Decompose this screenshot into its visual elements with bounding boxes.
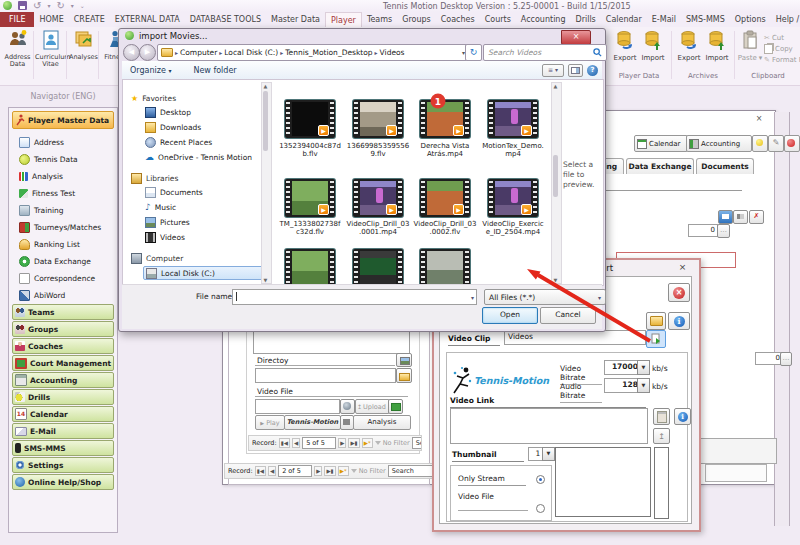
tree-item-onedrive[interactable]: ☁OneDrive - Tennis Motion — [145, 151, 252, 163]
photo-button[interactable] — [718, 210, 733, 224]
ribbon-button-analyses[interactable]: Analyses — [68, 29, 99, 61]
count-field[interactable]: 0 — [688, 224, 718, 237]
sidebar-section-coaches[interactable]: Coaches — [12, 338, 114, 354]
forward-button[interactable]: ▶ — [139, 44, 156, 61]
file-thumbnail[interactable] — [420, 249, 470, 286]
tree-item-videos[interactable]: Videos — [145, 231, 185, 243]
breadcrumb-tennis-motion-desktop[interactable]: Tennis_Motion_Desktop — [285, 48, 372, 57]
sidebar-section-groups[interactable]: Groups — [12, 321, 114, 337]
export-player-data-button[interactable]: Export — [612, 30, 638, 62]
tab-sms-mms[interactable]: SMS-MMS — [681, 12, 730, 27]
save-icon[interactable] — [18, 1, 27, 10]
browse-folder-button[interactable] — [396, 368, 412, 383]
tab-create[interactable]: CREATE — [69, 12, 110, 27]
last-record-icon[interactable]: ▶▮ — [324, 466, 335, 476]
sidebar-item-tourneys-matches[interactable]: Tourneys/Matches — [19, 221, 101, 233]
sidebar-section-email[interactable]: E-Mail — [12, 423, 114, 439]
accounting-button[interactable]: Accounting — [686, 135, 752, 152]
count-more-button[interactable]: … — [717, 224, 730, 238]
tree-item-documents[interactable]: Documents — [145, 186, 203, 198]
file-thumbnail[interactable]: ▶ — [285, 179, 335, 217]
paste-link-button[interactable] — [653, 408, 670, 425]
next-record-icon[interactable]: ▶ — [314, 466, 322, 476]
file-thumbnail[interactable] — [285, 249, 335, 286]
only-stream-radio[interactable] — [536, 475, 545, 484]
sidebar-section-online-help-shop[interactable]: Online Help/Shop — [12, 474, 114, 490]
sidebar-item-ranking-list[interactable]: Ranking List — [19, 238, 80, 250]
prev-record-icon[interactable]: ◀ — [268, 466, 276, 476]
file-name[interactable]: 136699853595569.flv — [346, 142, 410, 159]
paste-button[interactable]: Paste▾ — [738, 30, 762, 63]
record-position[interactable]: 2 of 5 — [278, 465, 312, 477]
delete-photo-button[interactable]: ✗ — [749, 210, 764, 224]
sidebar-section-calendar[interactable]: 14Calendar — [12, 406, 114, 422]
sidebar-section-teams[interactable]: Teams — [12, 304, 114, 320]
tab-home[interactable]: HOME — [34, 12, 68, 27]
file-thumbnail[interactable]: ▶ — [420, 100, 470, 138]
tab-groups[interactable]: Groups — [397, 12, 436, 27]
count-field-2[interactable]: 0 — [755, 352, 783, 365]
video-bitrate-dropdown-icon[interactable]: ▼ — [637, 360, 650, 375]
sidebar-item-data-exchange[interactable]: Data Exchange — [19, 255, 91, 267]
tab-help-shop[interactable]: Help / Shop — [771, 12, 800, 27]
last-record-icon[interactable]: ▶▮ — [348, 438, 359, 448]
preview-pane-button[interactable] — [568, 64, 583, 77]
sidebar-item-tennis-data[interactable]: Tennis Data — [19, 153, 78, 165]
file-name[interactable]: Derecha Vista Atrás.mp4 — [413, 142, 477, 159]
sidebar-item-fitness-test[interactable]: Fitness Test — [19, 187, 75, 199]
file-thumbnail[interactable]: ▶ — [353, 100, 403, 138]
tab-player[interactable]: Player — [325, 12, 362, 27]
file-name[interactable]: VideoClip_Drill_03.0001.mp4 — [346, 220, 410, 237]
tab-data-exchange[interactable]: Data Exchange — [626, 158, 694, 174]
tab-options[interactable]: Options — [730, 12, 771, 27]
tree-item-desktop[interactable]: Desktop — [145, 106, 191, 118]
app-icon[interactable] — [3, 1, 12, 10]
format-painter-button[interactable]: ✎Format Painter — [764, 54, 800, 65]
breadcrumb[interactable]: ▸Computer ▸Local Disk (C:) ▸Tennis_Motio… — [157, 44, 469, 61]
tab-email[interactable]: E-Mail — [647, 12, 681, 27]
close-button[interactable]: × — [561, 30, 591, 45]
file-type-select[interactable]: All Files (*.*)▾ — [484, 289, 606, 305]
tab-drills[interactable]: Drills — [571, 12, 601, 27]
analysis-button[interactable]: Analysis — [353, 415, 411, 430]
sidebar-item-analysis[interactable]: Analysis — [19, 170, 63, 182]
file-thumbnail[interactable] — [353, 249, 403, 286]
upload-button[interactable]: ↥Upload — [355, 399, 390, 414]
tree-item-downloads[interactable]: Downloads — [145, 121, 201, 133]
hint-button[interactable] — [752, 135, 768, 152]
record-search-box[interactable]: Search — [388, 465, 438, 477]
sidebar-section-court-management[interactable]: Court Management — [12, 355, 114, 371]
video-clip-field[interactable]: Videos — [504, 330, 646, 345]
ribbon-button-address-data[interactable]: Address Data — [2, 29, 33, 69]
no-filter-label[interactable]: No Filter — [359, 467, 386, 475]
import-archives-button[interactable]: Import — [704, 30, 730, 62]
tab-documents[interactable]: Documents — [696, 158, 754, 174]
prev-record-icon[interactable]: ◀ — [292, 438, 300, 448]
file-thumbnail[interactable]: ▶ — [285, 100, 335, 138]
tree-scrollbar[interactable]: ▲▼ — [261, 82, 272, 284]
close-record-button[interactable] — [784, 135, 800, 152]
tree-item-music[interactable]: ♪Music — [145, 201, 176, 213]
copy-button[interactable]: Copy — [764, 43, 800, 54]
picture-button[interactable] — [396, 353, 412, 367]
import-player-data-button[interactable]: Import — [640, 30, 666, 62]
breadcrumb-local-disk[interactable]: Local Disk (C:) — [224, 48, 278, 57]
tree-libraries[interactable]: Libraries — [131, 172, 178, 184]
file-thumbnail[interactable]: ▶ — [420, 179, 470, 217]
close-icon[interactable]: × — [677, 262, 688, 273]
print-button[interactable]: ✎ — [768, 135, 784, 152]
calendar-button[interactable]: Calendar — [634, 135, 688, 152]
tab-courts[interactable]: Courts — [480, 12, 516, 27]
file-name[interactable]: VideoClip_Drill_03.0002.flv — [413, 220, 477, 237]
directory-field[interactable] — [255, 368, 396, 383]
tab-coaches[interactable]: Coaches — [436, 12, 480, 27]
video-link-textarea[interactable] — [450, 408, 648, 444]
count-more-button-2[interactable]: … — [780, 352, 792, 366]
file-name[interactable]: MotionTex_Demo.mp4 — [481, 142, 545, 159]
back-button[interactable]: ◀ — [123, 44, 140, 61]
web-button[interactable] — [340, 399, 355, 414]
info-button[interactable]: i — [668, 312, 690, 330]
close-icon[interactable]: × — [754, 114, 764, 124]
tab-teams[interactable]: Teams — [362, 12, 397, 27]
sidebar-item-address[interactable]: Address — [19, 136, 64, 148]
